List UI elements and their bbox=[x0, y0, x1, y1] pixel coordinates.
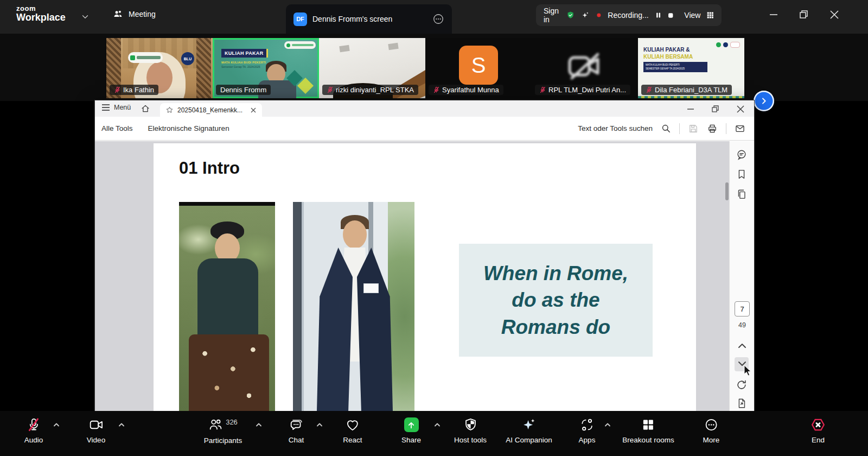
ai-companion-button[interactable]: AI Companion bbox=[506, 417, 552, 444]
participants-options-chevron[interactable] bbox=[255, 422, 263, 427]
pdf-viewer-window: Menü 20250418_Kemenkk... bbox=[95, 100, 754, 411]
save-icon[interactable] bbox=[688, 123, 699, 134]
tab-shared-screen[interactable]: DF Dennis Fromm's screen bbox=[286, 4, 452, 34]
pdf-titlebar: Menü 20250418_Kemenkk... bbox=[95, 100, 754, 117]
vertical-scrollbar-thumb[interactable] bbox=[725, 182, 729, 200]
slide-info-box: MATA KULIAH BUDI PEKERTI SEMESTER GENAP … bbox=[643, 62, 707, 72]
stop-recording-button[interactable] bbox=[668, 11, 673, 20]
camera-off-icon bbox=[566, 52, 603, 80]
participants-button[interactable]: 326 Participants bbox=[204, 417, 242, 445]
sign-in-button[interactable]: Sign in bbox=[544, 7, 560, 24]
close-tab-icon[interactable] bbox=[250, 107, 257, 113]
home-icon[interactable] bbox=[141, 104, 150, 113]
more-button[interactable]: More bbox=[703, 417, 720, 444]
end-hexagon-icon bbox=[810, 417, 826, 432]
bookmark-icon[interactable] bbox=[736, 168, 748, 180]
meeting-controls-dock: Audio Video 326 Participants bbox=[0, 411, 868, 456]
close-button[interactable] bbox=[735, 105, 746, 113]
more-options-icon[interactable] bbox=[432, 13, 444, 25]
video-tile-ika-fathin[interactable]: BLU Ika Fathin bbox=[106, 38, 213, 98]
mouse-cursor bbox=[744, 365, 752, 377]
minimize-button[interactable] bbox=[685, 105, 696, 113]
chat-options-chevron[interactable] bbox=[316, 422, 323, 427]
more-ellipsis-icon bbox=[704, 417, 718, 432]
view-grid-icon[interactable] bbox=[707, 10, 714, 20]
alle-tools-button[interactable]: Alle Tools bbox=[101, 124, 133, 132]
previous-page-icon[interactable] bbox=[737, 342, 747, 350]
restore-button[interactable] bbox=[710, 105, 721, 113]
video-options-chevron[interactable] bbox=[118, 422, 125, 427]
chevron-right-icon bbox=[760, 97, 768, 105]
video-tile-dila-febriani[interactable]: KULIAH PAKAR & KULIAH BERSAMA MATA KULIA… bbox=[638, 38, 744, 98]
pause-recording-button[interactable] bbox=[655, 11, 661, 20]
star-icon[interactable] bbox=[165, 106, 174, 114]
end-meeting-button[interactable]: End bbox=[810, 417, 826, 444]
apps-options-chevron[interactable] bbox=[604, 422, 611, 427]
decor bbox=[196, 38, 211, 98]
name-label: Dila Febriani_D3A TLM bbox=[641, 85, 732, 95]
video-tile-syarifathul-munna[interactable]: S Syarifathul Munna bbox=[425, 38, 532, 98]
ai-sparkle-icon[interactable] bbox=[581, 9, 589, 21]
initials-badge: DF bbox=[293, 12, 307, 26]
chat-button[interactable]: Chat bbox=[289, 417, 304, 444]
breakout-rooms-icon bbox=[641, 417, 655, 432]
rotate-icon[interactable] bbox=[736, 379, 748, 391]
pdf-window-controls bbox=[685, 100, 746, 113]
tab-meeting-label: Meeting bbox=[129, 10, 156, 18]
page-number-input[interactable]: 7 bbox=[735, 301, 750, 316]
video-tile-dennis-fromm[interactable]: KULIAH PAKAR MATA KULIAH BUDI PEKERTI Se… bbox=[213, 38, 319, 98]
avatar: S bbox=[459, 46, 498, 85]
slide-title: KULIAH PAKAR bbox=[221, 49, 268, 58]
signatures-button[interactable]: Elektronische Signaturen bbox=[148, 124, 229, 132]
react-button[interactable]: React bbox=[343, 417, 362, 444]
video-tile-rpl-tlm-dwi-putri[interactable]: RPL TLM_Dwi Putri An... bbox=[532, 38, 638, 98]
pdf-page: 01 Intro When in Rome, do as the Romans … bbox=[154, 143, 696, 411]
heart-icon bbox=[346, 417, 360, 432]
tab-shared-screen-label: Dennis Fromm's screen bbox=[312, 15, 427, 23]
video-tile-rizki-diniyanti[interactable]: rizki diniyanti_RPL STKA bbox=[319, 38, 425, 98]
email-icon[interactable] bbox=[735, 123, 745, 134]
document-tab[interactable]: 20250418_Kemenkk... bbox=[160, 103, 262, 117]
photo-traditional-outfit bbox=[179, 202, 275, 411]
tab-meeting[interactable]: Meeting bbox=[113, 9, 156, 20]
slide-heading: 01 Intro bbox=[179, 159, 240, 178]
breakout-rooms-button[interactable]: Breakout rooms bbox=[622, 417, 674, 444]
institution-logos bbox=[716, 42, 740, 48]
hamburger-icon bbox=[101, 104, 110, 111]
search-icon[interactable] bbox=[661, 123, 671, 134]
comments-icon[interactable] bbox=[736, 149, 748, 161]
menu-button[interactable]: Menü bbox=[101, 104, 131, 111]
copy-pages-icon[interactable] bbox=[736, 188, 748, 200]
page-export-icon[interactable] bbox=[736, 397, 748, 409]
recording-dot-icon bbox=[596, 11, 602, 19]
video-button[interactable]: Video bbox=[87, 417, 105, 444]
muted-mic-icon bbox=[433, 86, 440, 93]
muted-mic-icon bbox=[539, 86, 546, 93]
audio-options-chevron[interactable] bbox=[53, 422, 60, 427]
name-label: Ika Fathin bbox=[110, 85, 158, 95]
close-button[interactable] bbox=[827, 8, 841, 22]
participant-count: 326 bbox=[226, 418, 238, 426]
recording-status: Recording... bbox=[608, 11, 648, 20]
restore-button[interactable] bbox=[797, 8, 811, 22]
search-label[interactable]: Text oder Tools suchen bbox=[578, 124, 653, 132]
print-icon[interactable] bbox=[707, 123, 718, 134]
logo-line-zoom: zoom bbox=[16, 5, 66, 12]
minimize-button[interactable] bbox=[767, 8, 781, 22]
zoom-workplace-window: zoom Workplace Meeting DF Dennis Fromm's… bbox=[0, 0, 868, 456]
pdf-toolbar: Alle Tools Elektronische Signaturen Text… bbox=[95, 117, 754, 141]
quote-box: When in Rome, do as the Romans do bbox=[459, 244, 653, 357]
next-participants-button[interactable] bbox=[754, 91, 774, 111]
security-shield-icon[interactable] bbox=[566, 9, 575, 21]
apps-button[interactable]: Apps bbox=[579, 417, 596, 444]
host-tools-button[interactable]: Host tools bbox=[454, 417, 487, 444]
participant-filmstrip: BLU Ika Fathin KULIAH PAKAR MATA KULIAH … bbox=[0, 34, 868, 101]
share-options-chevron[interactable] bbox=[433, 422, 441, 427]
share-button[interactable]: Share bbox=[401, 417, 421, 444]
institution-logo bbox=[284, 41, 316, 49]
chevron-down-icon[interactable] bbox=[80, 12, 90, 22]
titlebar-controls: Sign in Recording... View bbox=[536, 4, 722, 26]
blu-logo: BLU bbox=[181, 52, 194, 65]
view-button[interactable]: View bbox=[684, 11, 700, 20]
audio-button[interactable]: Audio bbox=[24, 417, 43, 444]
